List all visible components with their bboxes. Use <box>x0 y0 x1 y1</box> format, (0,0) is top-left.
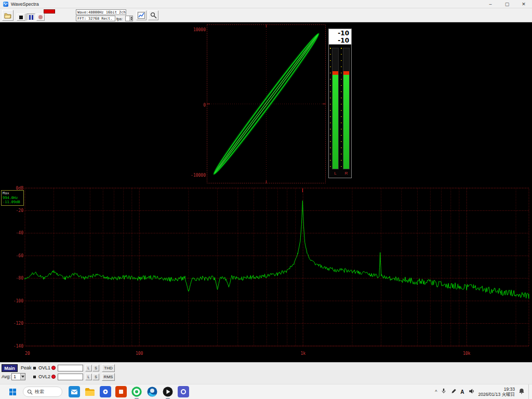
svg-text:100: 100 <box>136 351 143 356</box>
control-panel: Main Peak OVL1 L S THD Avg: 1 OVL2 L S R… <box>0 362 532 384</box>
record-icon <box>38 15 43 19</box>
meter-reading-right: -10 <box>329 37 349 44</box>
window-controls: – ▢ ✕ <box>482 0 532 8</box>
display-settings-button[interactable] <box>136 10 147 20</box>
overlay2-input[interactable] <box>58 374 83 380</box>
minimize-button[interactable]: – <box>482 0 499 8</box>
stop-icon <box>19 16 23 19</box>
scope-axis-label-bottom: -10000 <box>185 173 206 178</box>
svg-text:-40: -40 <box>16 231 24 235</box>
main-tab-button[interactable]: Main <box>2 364 18 372</box>
fps-spinner[interactable] <box>129 16 132 21</box>
wavespectra-logo-icon <box>3 2 8 7</box>
svg-text:-100: -100 <box>14 299 23 303</box>
svg-text:-80: -80 <box>16 276 24 281</box>
l-button-1[interactable]: L <box>85 365 92 371</box>
s-button-1[interactable]: S <box>92 365 99 371</box>
svg-text:1k: 1k <box>300 351 305 356</box>
fps-field[interactable] <box>125 16 133 21</box>
meter-fill-left <box>332 75 338 169</box>
svg-text:-140: -140 <box>14 344 23 349</box>
pause-button[interactable] <box>26 14 35 21</box>
record-indicator <box>44 9 55 14</box>
search-icon <box>27 389 33 395</box>
meter-bar-left <box>332 48 339 169</box>
avg-value: 1 <box>14 374 16 379</box>
meter-channel-right: R <box>343 171 350 176</box>
ovl1-swatch <box>33 367 36 369</box>
show-desktop-strip[interactable] <box>528 384 530 399</box>
graph-settings-icon <box>138 12 145 19</box>
meter-fill-right <box>343 75 349 169</box>
meter-channel-left: L <box>332 171 339 176</box>
overlay1-input[interactable] <box>58 365 83 371</box>
peak-info-box: Max 994.0Hz -11.09dB <box>1 190 24 206</box>
scope-plot <box>207 24 326 183</box>
pause-icon <box>29 15 33 20</box>
open-file-button[interactable] <box>2 10 14 21</box>
svg-text:-120: -120 <box>14 321 23 326</box>
fft-info-field: FFT: 32768 Rect. <box>76 16 115 21</box>
ovl1-indicator[interactable] <box>51 366 56 370</box>
app-icon-chrome[interactable] <box>130 385 143 398</box>
running-indicator <box>135 398 139 399</box>
avg-select[interactable]: 1 <box>11 373 25 380</box>
chevron-down-icon[interactable] <box>20 374 25 380</box>
app-icon-file-explorer[interactable] <box>83 385 96 398</box>
speaker-icon[interactable] <box>468 387 475 396</box>
l-button-2[interactable]: L <box>85 374 92 380</box>
svg-text:-60: -60 <box>16 254 24 258</box>
pen-icon[interactable] <box>450 387 457 396</box>
stop-button[interactable] <box>17 14 25 21</box>
spectrum-plot[interactable]: 0dB-20-40-60-80-100-120-140201001k10k <box>0 185 532 362</box>
app-icon-settings[interactable] <box>177 385 190 398</box>
ovl1-label: OVL1 <box>38 365 50 370</box>
running-indicator <box>166 398 170 399</box>
app-icon-media-player[interactable] <box>161 385 174 398</box>
magnifier-icon <box>150 12 157 19</box>
app-icon-media[interactable] <box>99 385 112 398</box>
svg-text:10k: 10k <box>463 351 471 356</box>
options-button[interactable] <box>148 10 158 20</box>
peak-info-freq: 994.0Hz <box>3 196 22 201</box>
rms-button[interactable]: RMS <box>102 373 115 381</box>
meter-readings: -10 -10 <box>329 29 351 45</box>
svg-text:20: 20 <box>25 351 30 356</box>
window-titlebar: WaveSpectra – ▢ ✕ <box>0 0 532 8</box>
peak-info-title: Max <box>3 191 22 196</box>
thd-button[interactable]: THD <box>102 364 115 372</box>
clock-time: 19:33 <box>478 387 515 392</box>
taskbar-clock[interactable]: 19:33 2026/01/13 火曜日 <box>478 387 515 397</box>
taskbar: 検索 <box>0 384 532 399</box>
windows-logo-icon <box>9 389 16 395</box>
wavespectra-window: WaveSpectra – ▢ ✕ Wave:48000Hz 16bit 2ch… <box>0 0 532 399</box>
ime-indicator[interactable]: A <box>460 389 464 395</box>
scope-axis-label-mid: 0 <box>185 103 206 108</box>
maximize-button[interactable]: ▢ <box>499 0 515 8</box>
scope-section: 10000 0 -10000 -10 -10 L R <box>0 22 532 185</box>
meter-scale-ticks-right <box>341 48 342 169</box>
record-button[interactable] <box>36 14 45 21</box>
microphone-icon[interactable] <box>441 387 447 396</box>
app-icon-edge[interactable] <box>145 385 158 398</box>
level-meter-panel: -10 -10 L R <box>328 29 352 178</box>
hidden-icons-chevron[interactable]: ^ <box>435 389 437 394</box>
meter-peak-right <box>343 71 349 75</box>
close-button[interactable]: ✕ <box>515 0 532 8</box>
app-icon-mail[interactable] <box>68 385 81 398</box>
notification-bell-icon[interactable] <box>518 387 525 396</box>
start-button[interactable] <box>6 385 19 398</box>
meter-scale-ticks-left <box>330 48 331 169</box>
s-button-2[interactable]: S <box>92 374 99 380</box>
peak-info-db: -11.09dB <box>3 200 22 205</box>
meter-peak-left <box>332 71 338 75</box>
taskbar-search[interactable]: 検索 <box>23 387 62 397</box>
ovl2-indicator[interactable] <box>51 375 56 379</box>
ovl2-swatch <box>33 376 36 378</box>
clock-date: 2026/01/13 火曜日 <box>478 392 515 397</box>
scope-axis-label-top: 10000 <box>185 28 206 32</box>
toolbar: Wave:48000Hz 16bit 2ch FFT: 32768 Rect. … <box>0 8 532 22</box>
open-folder-icon <box>4 12 11 19</box>
app-icon-recorder[interactable] <box>114 385 127 398</box>
svg-text:-20: -20 <box>16 208 24 213</box>
